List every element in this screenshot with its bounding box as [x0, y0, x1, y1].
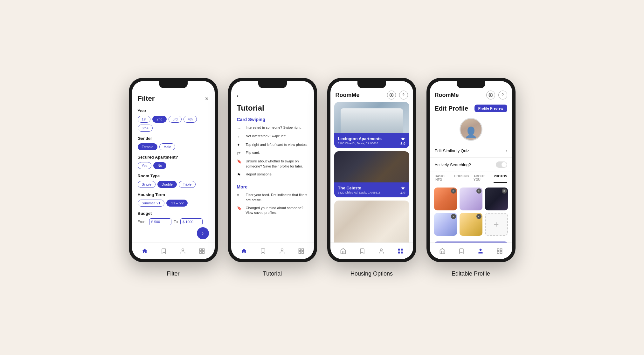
chip-male[interactable]: Male [159, 143, 175, 150]
photo-5[interactable]: × [460, 213, 482, 236]
celeste-info: The Celeste 3820 Chiles Rd, Davis, CA 95… [338, 186, 381, 194]
budget-to-input[interactable] [180, 218, 203, 225]
housing-nav-saved[interactable] [358, 247, 366, 255]
filter-housing-section: Housing Term Summer '21 '21 – '22 [138, 192, 209, 207]
chip-5th[interactable]: 5th+ [138, 125, 153, 132]
profile-phone: RoomMe ? Edit Profile Profile Prev [426, 78, 516, 262]
svg-rect-1 [199, 249, 201, 250]
saved-icon: 🔖 [237, 206, 243, 210]
photo-5-remove[interactable]: × [476, 214, 481, 219]
svg-rect-13 [401, 249, 403, 250]
svg-point-0 [182, 249, 184, 251]
tutorial-nav-saved[interactable] [259, 247, 267, 255]
tutorial-nav-profile[interactable] [278, 247, 286, 255]
photo-4-remove[interactable]: × [451, 214, 456, 219]
nav-grid-icon[interactable] [198, 247, 206, 255]
profile-nav-saved[interactable] [458, 247, 465, 255]
avatar[interactable] [460, 118, 482, 141]
housing-card-lexington[interactable]: Lexington Apartments 1100 Olive Dr, Davi… [334, 102, 409, 148]
filter-title: Filter [138, 94, 155, 103]
profile-title-row: Edit Profile Profile Preview [430, 102, 512, 115]
actively-searching-item: Actively Searching? [430, 158, 512, 172]
photo-1[interactable]: × [434, 188, 457, 210]
profile-nav-home[interactable] [439, 247, 446, 255]
chip-1st[interactable]: 1st [138, 116, 151, 123]
chip-double[interactable]: Double [157, 181, 177, 188]
budget-from-input[interactable] [149, 218, 171, 225]
card-swiping-title: Card Swiping [237, 117, 308, 122]
photo-3-remove[interactable]: × [502, 188, 507, 194]
chip-single[interactable]: Single [138, 181, 156, 188]
housing-card-celeste[interactable]: The Celeste 3820 Chiles Rd, Davis, CA 95… [334, 151, 409, 197]
tutorial-nav-home[interactable] [240, 247, 248, 255]
close-icon[interactable]: × [205, 95, 209, 102]
photo-add-button[interactable]: + [485, 213, 508, 236]
housing-help-btn[interactable]: ? [399, 91, 408, 99]
nav-home-icon[interactable] [141, 247, 149, 255]
report-icon: ⚑ [237, 172, 243, 177]
tutorial-screen-el: ‹ Tutorial Card Swiping → Interested in … [231, 81, 314, 259]
housing-gear-btn[interactable] [387, 91, 396, 99]
chip-no[interactable]: No [153, 162, 166, 169]
chip-triple[interactable]: Triple [179, 181, 196, 188]
chip-summer21[interactable]: Summer '21 [138, 200, 165, 207]
tutorial-item-tap: ✦ Tap right and left of card to view pho… [237, 142, 308, 147]
housing-nav-profile[interactable] [377, 247, 385, 255]
profile-preview-button[interactable]: Profile Preview [474, 105, 507, 112]
photo-2-remove[interactable]: × [476, 188, 481, 194]
profile-nav-grid[interactable] [496, 247, 503, 255]
profile-nav-profile[interactable] [477, 247, 484, 255]
housing-header-icons: ? [387, 91, 408, 99]
tutorial-bottom-nav [231, 242, 314, 259]
photo-1-remove[interactable]: × [451, 188, 456, 194]
housing-card-third[interactable] [334, 201, 409, 247]
profile-screen-el: RoomMe ? Edit Profile Profile Prev [430, 81, 512, 259]
photo-4[interactable]: × [434, 213, 457, 236]
budget-to-label: To [174, 220, 178, 224]
filter-screen: Filter × Year 1st 2nd 3rd 4th 5th+ [132, 81, 215, 259]
back-button[interactable]: ‹ [237, 92, 308, 99]
chip-3rd[interactable]: 3rd [169, 116, 182, 123]
profile-help-btn[interactable]: ? [498, 91, 507, 99]
lexington-rating: ★ 5.0 [400, 136, 405, 146]
edit-quiz-item[interactable]: Edit Similarity Quiz › [430, 144, 512, 158]
nav-saved-icon[interactable] [160, 247, 168, 255]
svg-point-17 [479, 249, 481, 251]
tap-icon: ✦ [237, 143, 243, 147]
profile-app-name: RoomMe [435, 92, 459, 99]
tutorial-nav-grid[interactable] [297, 247, 305, 255]
tap-text: Tap right and left of card to view photo… [246, 142, 308, 147]
tab-housing[interactable]: HOUSING [454, 174, 469, 183]
filter-housing-label: Housing Term [138, 192, 209, 197]
chip-4th[interactable]: 4th [184, 116, 197, 123]
photo-2[interactable]: × [460, 188, 482, 210]
chip-21-22[interactable]: '21 – '22 [166, 200, 188, 207]
actively-searching-toggle[interactable] [496, 161, 507, 168]
filter-header: Filter × [138, 94, 209, 103]
svg-rect-19 [500, 249, 502, 250]
filter-secured-chips: Yes No [138, 162, 209, 169]
nav-profile-icon[interactable] [179, 247, 187, 255]
chip-yes[interactable]: Yes [138, 162, 152, 169]
tutorial-item-save: 🔖 Unsure about whether to swipe on someo… [237, 159, 308, 169]
edit-profile-title: Edit Profile [435, 105, 468, 112]
chip-female[interactable]: Female [138, 143, 158, 150]
lexington-rating-num: 5.0 [400, 142, 405, 146]
lexington-info: Lexington Apartments 1100 Olive Dr, Davi… [338, 136, 382, 145]
celeste-addr: 3820 Chiles Rd, Davis, CA 95618 [338, 191, 381, 194]
housing-list: Lexington Apartments 1100 Olive Dr, Davi… [330, 102, 413, 258]
tab-about-you[interactable]: ABOUT YOU [474, 174, 489, 183]
tab-basic-info[interactable]: BASIC INFO [435, 174, 450, 183]
tab-photos[interactable]: PHOTOS [494, 174, 507, 183]
housing-nav-grid[interactable] [397, 247, 404, 255]
housing-nav-home[interactable] [339, 247, 347, 255]
next-button[interactable]: › [197, 227, 209, 239]
swipe-left-text: Not interested? Swipe left. [246, 134, 287, 139]
profile-gear-btn[interactable] [486, 91, 495, 99]
tutorial-item-report: ⚑ Report someone. [237, 172, 308, 177]
save-text: Unsure about whether to swipe on someone… [246, 159, 308, 169]
svg-point-10 [391, 94, 392, 96]
photo-3[interactable]: × [485, 188, 508, 210]
filter-room-chips: Single Double Triple [138, 181, 209, 188]
chip-2nd[interactable]: 2nd [152, 116, 166, 123]
